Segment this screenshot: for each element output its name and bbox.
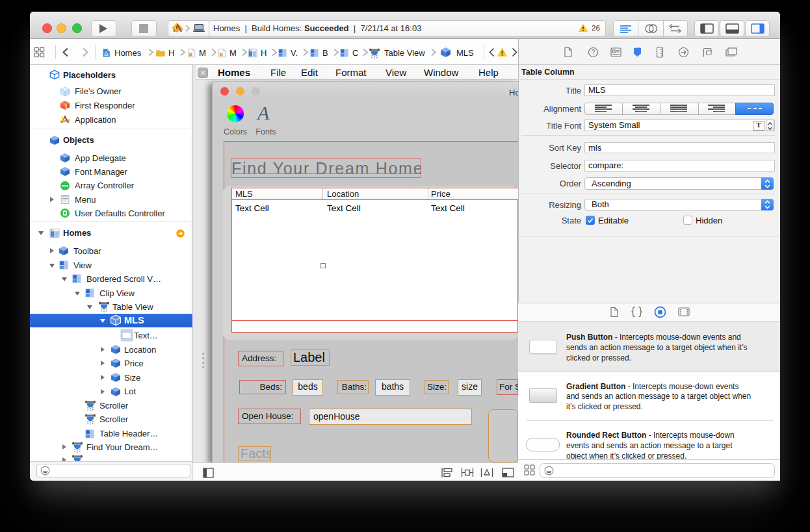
svg-text:?: ? [592, 49, 595, 56]
